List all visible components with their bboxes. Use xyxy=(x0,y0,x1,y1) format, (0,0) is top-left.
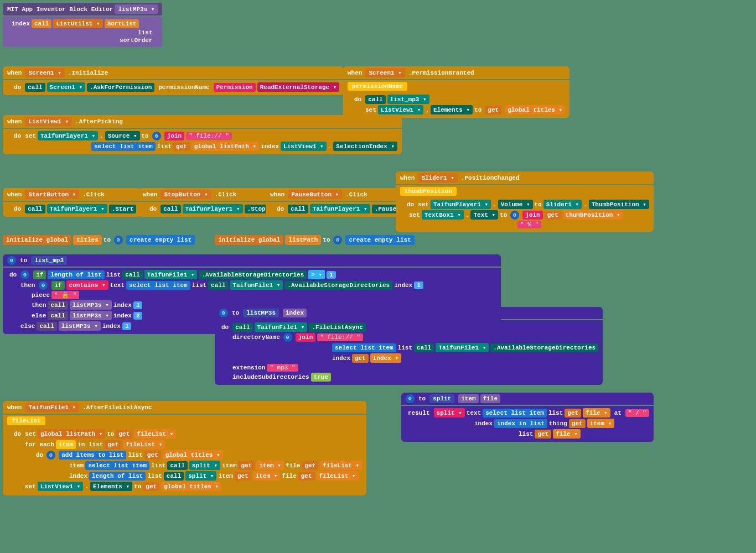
screen1-initialize-block: when Screen1 ▾ .Initialize do call Scree… xyxy=(3,66,344,95)
sortlist-block: MIT App Inventor Block Editor listMP3s ▾… xyxy=(3,3,162,47)
startbutton-click-block: when StartButton ▾ .Click do call Taifun… xyxy=(3,188,141,217)
split-item-file-block: ⚙ to split item file result split ▾ text… xyxy=(401,393,654,442)
stopbutton-click-block: when StopButton ▾ .Click do call TaifunP… xyxy=(138,188,273,217)
slider-positionchanged-block: when Slider1 ▾ .PositionChanged thumbPos… xyxy=(396,171,654,232)
listview-afterpicking-block: when ListView1 ▾ .AfterPicking do set Ta… xyxy=(3,115,402,154)
permission-granted-block: when Screen1 ▾ .PermissionGranted permis… xyxy=(343,66,569,118)
pausebutton-click-block: when PauseButton ▾ .Click do call Taifun… xyxy=(266,188,403,217)
call-listmp3s-block: MIT App Inventor Block Editor listMP3s ▾ xyxy=(3,3,162,15)
index-row: index call ListUtils1 ▾ SortList xyxy=(12,19,158,28)
after-filelist-async-block: when TaifunFile1 ▾ .AfterFileListAsync f… xyxy=(3,401,366,495)
filelist-async-block: ⚙ to listMP3s index do call TaifunFile1 … xyxy=(215,307,603,385)
init-globals-block: initialize global titles to ⚙ create emp… xyxy=(3,235,415,246)
